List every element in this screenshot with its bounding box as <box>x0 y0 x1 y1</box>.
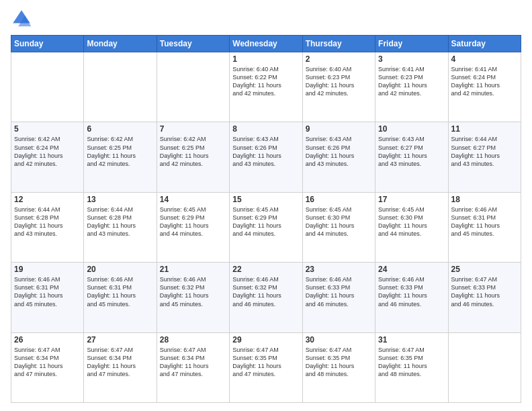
calendar-cell <box>11 52 84 122</box>
day-info: Sunrise: 6:47 AM Sunset: 6:34 PM Dayligh… <box>87 346 153 379</box>
day-info: Sunrise: 6:43 AM Sunset: 6:26 PM Dayligh… <box>232 135 299 168</box>
calendar-cell: 21Sunrise: 6:46 AM Sunset: 6:32 PM Dayli… <box>157 263 229 332</box>
calendar-cell: 7Sunrise: 6:42 AM Sunset: 6:25 PM Daylig… <box>157 122 229 192</box>
calendar-cell: 13Sunrise: 6:44 AM Sunset: 6:28 PM Dayli… <box>84 192 157 262</box>
calendar-cell: 29Sunrise: 6:47 AM Sunset: 6:35 PM Dayli… <box>230 332 302 402</box>
calendar-cell <box>448 332 521 402</box>
calendar-cell: 1Sunrise: 6:40 AM Sunset: 6:22 PM Daylig… <box>230 52 302 122</box>
day-info: Sunrise: 6:45 AM Sunset: 6:29 PM Dayligh… <box>160 205 226 238</box>
calendar-cell: 2Sunrise: 6:40 AM Sunset: 6:23 PM Daylig… <box>302 52 375 122</box>
day-number: 27 <box>87 335 153 345</box>
calendar-week-4: 19Sunrise: 6:46 AM Sunset: 6:31 PM Dayli… <box>11 263 521 332</box>
day-number: 15 <box>232 195 299 204</box>
day-number: 4 <box>451 54 518 64</box>
day-number: 5 <box>14 124 81 134</box>
calendar-week-2: 5Sunrise: 6:42 AM Sunset: 6:24 PM Daylig… <box>11 122 521 192</box>
day-info: Sunrise: 6:45 AM Sunset: 6:30 PM Dayligh… <box>306 205 372 238</box>
day-number: 21 <box>160 265 226 274</box>
day-number: 13 <box>87 195 153 204</box>
calendar-cell: 27Sunrise: 6:47 AM Sunset: 6:34 PM Dayli… <box>84 332 157 402</box>
calendar-cell: 23Sunrise: 6:46 AM Sunset: 6:33 PM Dayli… <box>302 263 375 332</box>
day-number: 3 <box>378 54 445 64</box>
calendar-cell: 6Sunrise: 6:42 AM Sunset: 6:25 PM Daylig… <box>84 122 157 192</box>
day-number: 22 <box>232 265 299 274</box>
day-number: 28 <box>160 335 226 345</box>
calendar: SundayMondayTuesdayWednesdayThursdayFrid… <box>11 35 521 403</box>
calendar-cell: 22Sunrise: 6:46 AM Sunset: 6:32 PM Dayli… <box>230 263 302 332</box>
day-number: 18 <box>451 195 518 204</box>
calendar-cell: 9Sunrise: 6:43 AM Sunset: 6:26 PM Daylig… <box>302 122 375 192</box>
day-number: 12 <box>14 195 81 204</box>
day-header-wednesday: Wednesday <box>230 36 302 52</box>
logo-icon <box>11 8 32 30</box>
day-info: Sunrise: 6:44 AM Sunset: 6:27 PM Dayligh… <box>451 135 518 168</box>
calendar-cell: 5Sunrise: 6:42 AM Sunset: 6:24 PM Daylig… <box>11 122 84 192</box>
day-info: Sunrise: 6:47 AM Sunset: 6:35 PM Dayligh… <box>378 346 445 379</box>
day-number: 1 <box>232 54 299 64</box>
day-header-sunday: Sunday <box>11 36 84 52</box>
calendar-cell <box>84 52 157 122</box>
day-number: 26 <box>14 335 81 345</box>
day-number: 7 <box>160 124 226 134</box>
day-info: Sunrise: 6:42 AM Sunset: 6:24 PM Dayligh… <box>14 135 81 168</box>
header <box>11 8 521 30</box>
day-number: 24 <box>378 265 445 274</box>
day-header-saturday: Saturday <box>448 36 521 52</box>
calendar-week-5: 26Sunrise: 6:47 AM Sunset: 6:34 PM Dayli… <box>11 332 521 402</box>
day-number: 2 <box>306 54 372 64</box>
day-number: 31 <box>378 335 445 345</box>
calendar-cell: 16Sunrise: 6:45 AM Sunset: 6:30 PM Dayli… <box>302 192 375 262</box>
day-number: 30 <box>306 335 372 345</box>
day-info: Sunrise: 6:40 AM Sunset: 6:22 PM Dayligh… <box>232 65 299 98</box>
day-number: 9 <box>306 124 372 134</box>
calendar-cell: 8Sunrise: 6:43 AM Sunset: 6:26 PM Daylig… <box>230 122 302 192</box>
day-number: 20 <box>87 265 153 274</box>
day-info: Sunrise: 6:40 AM Sunset: 6:23 PM Dayligh… <box>306 65 372 98</box>
day-info: Sunrise: 6:46 AM Sunset: 6:33 PM Dayligh… <box>306 275 372 308</box>
day-number: 8 <box>232 124 299 134</box>
calendar-cell: 28Sunrise: 6:47 AM Sunset: 6:34 PM Dayli… <box>157 332 229 402</box>
calendar-cell: 19Sunrise: 6:46 AM Sunset: 6:31 PM Dayli… <box>11 263 84 332</box>
day-info: Sunrise: 6:46 AM Sunset: 6:32 PM Dayligh… <box>232 275 299 308</box>
calendar-cell: 24Sunrise: 6:46 AM Sunset: 6:33 PM Dayli… <box>375 263 448 332</box>
day-info: Sunrise: 6:46 AM Sunset: 6:32 PM Dayligh… <box>160 275 226 308</box>
day-info: Sunrise: 6:45 AM Sunset: 6:30 PM Dayligh… <box>378 205 445 238</box>
day-info: Sunrise: 6:47 AM Sunset: 6:35 PM Dayligh… <box>306 346 372 379</box>
day-number: 17 <box>378 195 445 204</box>
day-info: Sunrise: 6:45 AM Sunset: 6:29 PM Dayligh… <box>232 205 299 238</box>
day-number: 29 <box>232 335 299 345</box>
day-info: Sunrise: 6:46 AM Sunset: 6:31 PM Dayligh… <box>87 275 153 308</box>
day-header-friday: Friday <box>375 36 448 52</box>
day-info: Sunrise: 6:44 AM Sunset: 6:28 PM Dayligh… <box>14 205 81 238</box>
day-info: Sunrise: 6:46 AM Sunset: 6:33 PM Dayligh… <box>378 275 445 308</box>
calendar-cell: 17Sunrise: 6:45 AM Sunset: 6:30 PM Dayli… <box>375 192 448 262</box>
day-info: Sunrise: 6:44 AM Sunset: 6:28 PM Dayligh… <box>87 205 153 238</box>
day-info: Sunrise: 6:46 AM Sunset: 6:31 PM Dayligh… <box>451 205 518 238</box>
day-number: 10 <box>378 124 445 134</box>
calendar-cell: 3Sunrise: 6:41 AM Sunset: 6:23 PM Daylig… <box>375 52 448 122</box>
calendar-week-1: 1Sunrise: 6:40 AM Sunset: 6:22 PM Daylig… <box>11 52 521 122</box>
day-info: Sunrise: 6:47 AM Sunset: 6:35 PM Dayligh… <box>232 346 299 379</box>
day-info: Sunrise: 6:41 AM Sunset: 6:24 PM Dayligh… <box>451 65 518 98</box>
day-number: 6 <box>87 124 153 134</box>
day-info: Sunrise: 6:47 AM Sunset: 6:34 PM Dayligh… <box>14 346 81 379</box>
calendar-cell <box>157 52 229 122</box>
calendar-cell: 12Sunrise: 6:44 AM Sunset: 6:28 PM Dayli… <box>11 192 84 262</box>
calendar-cell: 30Sunrise: 6:47 AM Sunset: 6:35 PM Dayli… <box>302 332 375 402</box>
day-header-monday: Monday <box>84 36 157 52</box>
calendar-cell: 25Sunrise: 6:47 AM Sunset: 6:33 PM Dayli… <box>448 263 521 332</box>
calendar-cell: 31Sunrise: 6:47 AM Sunset: 6:35 PM Dayli… <box>375 332 448 402</box>
day-header-thursday: Thursday <box>302 36 375 52</box>
day-header-tuesday: Tuesday <box>157 36 229 52</box>
day-number: 14 <box>160 195 226 204</box>
calendar-cell: 15Sunrise: 6:45 AM Sunset: 6:29 PM Dayli… <box>230 192 302 262</box>
logo <box>11 8 35 30</box>
calendar-cell: 26Sunrise: 6:47 AM Sunset: 6:34 PM Dayli… <box>11 332 84 402</box>
calendar-cell: 11Sunrise: 6:44 AM Sunset: 6:27 PM Dayli… <box>448 122 521 192</box>
page: SundayMondayTuesdayWednesdayThursdayFrid… <box>0 0 532 411</box>
day-info: Sunrise: 6:43 AM Sunset: 6:26 PM Dayligh… <box>306 135 372 168</box>
day-info: Sunrise: 6:46 AM Sunset: 6:31 PM Dayligh… <box>14 275 81 308</box>
calendar-cell: 18Sunrise: 6:46 AM Sunset: 6:31 PM Dayli… <box>448 192 521 262</box>
calendar-cell: 14Sunrise: 6:45 AM Sunset: 6:29 PM Dayli… <box>157 192 229 262</box>
calendar-header-row: SundayMondayTuesdayWednesdayThursdayFrid… <box>11 36 521 52</box>
